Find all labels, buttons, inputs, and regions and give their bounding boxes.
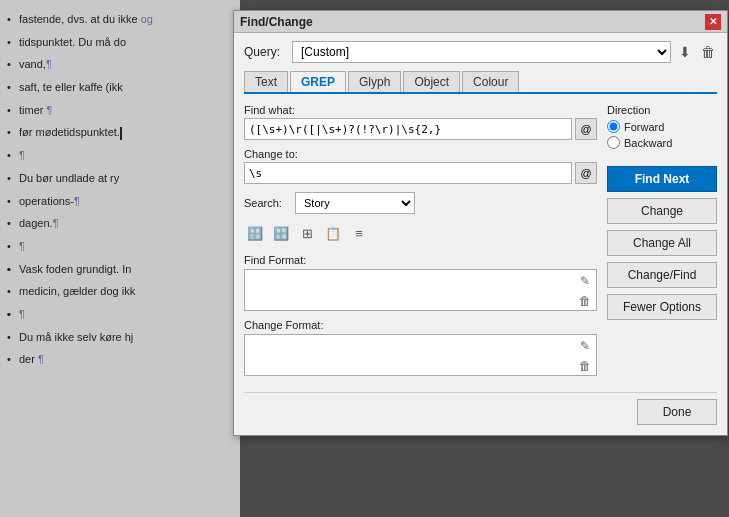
doc-line: der ¶ [5, 350, 235, 369]
doc-line: ¶ [5, 237, 235, 256]
save-query-button[interactable]: ⬇ [677, 42, 693, 62]
find-format-clear-button[interactable]: 🗑 [576, 292, 594, 310]
query-select[interactable]: [Custom] [292, 41, 671, 63]
backward-label: Backward [624, 137, 672, 149]
find-what-at-button[interactable]: @ [575, 118, 597, 140]
dialog-title: Find/Change [240, 15, 313, 29]
done-button[interactable]: Done [637, 399, 717, 425]
whole-word-button[interactable]: 🔡 [270, 222, 292, 244]
layers-button[interactable]: ⊞ [296, 222, 318, 244]
change-format-section: Change Format: ✎ 🗑 [244, 319, 597, 376]
change-to-label: Change to: [244, 148, 597, 160]
doc-line: ¶ [5, 305, 235, 324]
find-format-box: ✎ 🗑 [244, 269, 597, 311]
query-label: Query: [244, 45, 286, 59]
pages-button[interactable]: 📋 [322, 222, 344, 244]
direction-group: Direction Forward Backward [607, 104, 717, 152]
tabs-row: Text GREP Glyph Object Colour [244, 71, 717, 94]
find-format-icons: ✎ 🗑 [576, 272, 594, 310]
document-text: fastende, dvs. at du ikke og tidspunktet… [5, 10, 235, 369]
doc-line: ¶ [5, 146, 235, 165]
find-what-input-row: @ [244, 118, 597, 140]
tab-text[interactable]: Text [244, 71, 288, 92]
find-change-dialog: Find/Change ✕ Query: [Custom] ⬇ 🗑 Text G… [233, 10, 728, 436]
doc-line: saft, te eller kaffe (ikk [5, 78, 235, 97]
find-format-edit-button[interactable]: ✎ [576, 272, 594, 290]
find-format-label: Find Format: [244, 254, 597, 266]
search-select[interactable]: StoryDocumentAll Documents [295, 192, 415, 214]
search-row: Search: StoryDocumentAll Documents [244, 192, 597, 214]
list-button[interactable]: ≡ [348, 222, 370, 244]
icon-row: 🔠 🔡 ⊞ 📋 ≡ [244, 222, 597, 244]
dialog-body: Query: [Custom] ⬇ 🗑 Text GREP Glyph Obje… [234, 33, 727, 435]
tab-grep[interactable]: GREP [290, 71, 346, 92]
change-format-box: ✎ 🗑 [244, 334, 597, 376]
doc-line: tidspunktet. Du må do [5, 33, 235, 52]
forward-label: Forward [624, 121, 664, 133]
doc-line: dagen.¶ [5, 214, 235, 233]
dialog-titlebar: Find/Change ✕ [234, 11, 727, 33]
document-background: fastende, dvs. at du ikke og tidspunktet… [0, 0, 240, 517]
delete-query-button[interactable]: 🗑 [699, 42, 717, 62]
close-button[interactable]: ✕ [705, 14, 721, 30]
main-content: Find what: @ Change to: @ Sear [244, 104, 717, 384]
change-all-button[interactable]: Change All [607, 230, 717, 256]
find-what-input[interactable] [244, 118, 572, 140]
doc-line: Du må ikke selv køre hj [5, 328, 235, 347]
find-what-label: Find what: [244, 104, 597, 116]
doc-line: fastende, dvs. at du ikke og [5, 10, 235, 29]
tab-glyph[interactable]: Glyph [348, 71, 401, 92]
tab-colour[interactable]: Colour [462, 71, 519, 92]
doc-line: Du bør undlade at ry [5, 169, 235, 188]
change-to-at-button[interactable]: @ [575, 162, 597, 184]
doc-line: operations-¶ [5, 192, 235, 211]
change-button[interactable]: Change [607, 198, 717, 224]
change-format-edit-button[interactable]: ✎ [576, 337, 594, 355]
find-what-row: Find what: @ [244, 104, 597, 140]
doc-line: før mødetidspunktet. [5, 123, 235, 142]
backward-radio-row: Backward [607, 136, 717, 149]
search-label: Search: [244, 197, 289, 209]
doc-line: vand,¶ [5, 55, 235, 74]
doc-line: Vask foden grundigt. In [5, 260, 235, 279]
change-to-row: Change to: @ [244, 148, 597, 184]
left-panel: Find what: @ Change to: @ Sear [244, 104, 597, 384]
change-format-clear-button[interactable]: 🗑 [576, 357, 594, 375]
doc-line: timer ¶ [5, 101, 235, 120]
change-to-input-row: @ [244, 162, 597, 184]
change-format-icons: ✎ 🗑 [576, 337, 594, 375]
find-next-button[interactable]: Find Next [607, 166, 717, 192]
fewer-options-button[interactable]: Fewer Options [607, 294, 717, 320]
tab-object[interactable]: Object [403, 71, 460, 92]
right-panel: Direction Forward Backward Find Next Cha… [607, 104, 717, 384]
backward-radio[interactable] [607, 136, 620, 149]
find-format-section: Find Format: ✎ 🗑 [244, 254, 597, 311]
doc-line: medicin, gælder dog ikk [5, 282, 235, 301]
case-sensitive-button[interactable]: 🔠 [244, 222, 266, 244]
done-row: Done [244, 392, 717, 425]
query-row: Query: [Custom] ⬇ 🗑 [244, 41, 717, 63]
direction-title: Direction [607, 104, 717, 116]
change-to-input[interactable] [244, 162, 572, 184]
forward-radio[interactable] [607, 120, 620, 133]
forward-radio-row: Forward [607, 120, 717, 133]
change-find-button[interactable]: Change/Find [607, 262, 717, 288]
change-format-label: Change Format: [244, 319, 597, 331]
